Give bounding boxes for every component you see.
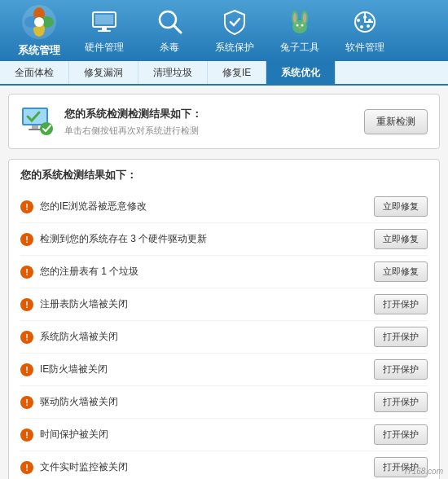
tab-fixie[interactable]: 修复IE [208, 61, 266, 84]
summary-subtitle: 单击右侧按钮再次对系统进行检测 [64, 125, 202, 137]
action-button-3[interactable]: 打开保护 [374, 294, 428, 314]
svg-point-20 [298, 27, 301, 29]
svg-point-11 [163, 15, 173, 24]
nav-item-software-label: 软件管理 [345, 41, 384, 55]
svg-rect-9 [98, 30, 111, 32]
result-left-3: ! 注册表防火墙被关闭 [20, 297, 374, 311]
result-left-4: ! 系统防火墙被关闭 [20, 330, 374, 344]
hardware-icon [89, 7, 120, 37]
warning-icon-2: ! [20, 266, 33, 279]
svg-line-12 [173, 25, 181, 33]
result-text-1: 检测到您的系统存在 3 个硬件驱动更新 [40, 232, 207, 246]
result-row: ! 系统防火墙被关闭 打开保护 [20, 321, 428, 354]
main-content: 您的系统检测检测结果如下： 单击右侧按钮再次对系统进行检测 重新检测 您的系统检… [0, 86, 448, 479]
result-left-6: ! 驱动防火墙被关闭 [20, 395, 374, 409]
action-button-6[interactable]: 打开保护 [374, 392, 428, 412]
summary-text: 您的系统检测检测结果如下： 单击右侧按钮再次对系统进行检测 [64, 107, 202, 137]
top-nav: 系统管理 硬件管理 杀毒 [0, 0, 448, 61]
result-text-5: IE防火墙被关闭 [40, 363, 108, 376]
svg-point-17 [303, 13, 306, 23]
result-left-1: ! 检测到您的系统存在 3 个硬件驱动更新 [20, 232, 374, 246]
result-row: ! 注册表防火墙被关闭 打开保护 [20, 288, 428, 321]
result-row: ! 您的IE浏览器被恶意修改 立即修复 [20, 191, 428, 223]
warning-icon-3: ! [20, 298, 33, 311]
action-button-4[interactable]: 打开保护 [374, 327, 428, 347]
protect-icon [219, 7, 250, 37]
monitor-icon [20, 104, 55, 138]
svg-point-23 [368, 19, 371, 22]
nav-logo[interactable]: 系统管理 [7, 4, 72, 58]
svg-point-5 [34, 17, 44, 27]
tab-fullcheck[interactable]: 全面体检 [0, 61, 69, 84]
action-button-1[interactable]: 立即修复 [374, 229, 428, 249]
result-left-8: ! 文件实时监控被关闭 [20, 460, 374, 474]
software-icon [349, 7, 380, 37]
summary-left: 您的系统检测检测结果如下： 单击右侧按钮再次对系统进行检测 [20, 104, 202, 138]
svg-point-18 [296, 24, 299, 27]
svg-point-25 [360, 25, 363, 29]
nav-item-hardware[interactable]: 硬件管理 [72, 0, 137, 61]
nav-logo-label: 系统管理 [18, 43, 60, 58]
result-row: ! IE防火墙被关闭 打开保护 [20, 354, 428, 386]
result-text-4: 系统防火墙被关闭 [40, 330, 118, 344]
svg-point-22 [363, 15, 367, 19]
recheck-button[interactable]: 重新检测 [364, 109, 428, 134]
action-button-5[interactable]: 打开保护 [374, 359, 428, 380]
result-left-0: ! 您的IE浏览器被恶意修改 [20, 200, 374, 213]
warning-icon-0: ! [20, 200, 33, 213]
warning-icon-5: ! [20, 363, 33, 376]
nav-item-protect[interactable]: 系统保护 [202, 0, 267, 61]
svg-point-24 [367, 24, 370, 28]
tab-bar: 全面体检 修复漏洞 清理垃圾 修复IE 系统优化 [0, 61, 448, 86]
summary-box: 您的系统检测检测结果如下： 单击右侧按钮再次对系统进行检测 重新检测 [8, 94, 440, 149]
nav-item-rabbit[interactable]: 兔子工具 [267, 0, 332, 61]
result-row: ! 检测到您的系统存在 3 个硬件驱动更新 立即修复 [20, 223, 428, 256]
nav-item-kill[interactable]: 杀毒 [137, 0, 202, 61]
result-row: ! 您的注册表有 1 个垃圾 立即修复 [20, 256, 428, 288]
svg-rect-8 [102, 27, 107, 30]
result-row: ! 文件实时监控被关闭 打开保护 [20, 451, 428, 479]
result-text-0: 您的IE浏览器被恶意修改 [40, 200, 147, 213]
kill-icon [154, 7, 185, 37]
svg-point-26 [357, 19, 360, 22]
warning-icon-6: ! [20, 396, 33, 409]
tab-cleanup[interactable]: 清理垃圾 [138, 61, 208, 84]
action-button-7[interactable]: 打开保护 [374, 424, 428, 445]
result-text-7: 时间保护被关闭 [40, 428, 108, 442]
svg-point-16 [293, 13, 296, 23]
nav-item-protect-label: 系统保护 [215, 41, 254, 55]
warning-icon-1: ! [20, 233, 33, 246]
logo-icon [21, 4, 57, 40]
svg-rect-29 [32, 125, 38, 129]
warning-icon-4: ! [20, 331, 33, 344]
result-row: ! 时间保护被关闭 打开保护 [20, 419, 428, 451]
page-wrapper: 系统管理 硬件管理 杀毒 [0, 0, 448, 479]
warning-icon-7: ! [20, 428, 33, 442]
result-left-2: ! 您的注册表有 1 个垃圾 [20, 265, 374, 279]
result-left-7: ! 时间保护被关闭 [20, 428, 374, 442]
results-section: 您的系统检测结果如下： ! 您的IE浏览器被恶意修改 立即修复 ! 检测到您的系… [8, 159, 440, 479]
nav-item-kill-label: 杀毒 [160, 41, 179, 55]
nav-item-rabbit-label: 兔子工具 [280, 41, 319, 55]
tab-repair[interactable]: 修复漏洞 [69, 61, 138, 84]
watermark: IT168.com [405, 467, 443, 476]
svg-rect-30 [29, 129, 42, 130]
result-left-5: ! IE防火墙被关闭 [20, 363, 374, 376]
summary-title: 您的系统检测检测结果如下： [64, 107, 202, 121]
svg-rect-7 [95, 15, 113, 24]
nav-item-software[interactable]: 软件管理 [332, 0, 397, 61]
tab-optimize[interactable]: 系统优化 [266, 61, 336, 84]
result-text-2: 您的注册表有 1 个垃圾 [40, 265, 138, 279]
svg-point-19 [301, 24, 304, 27]
results-title: 您的系统检测结果如下： [20, 168, 428, 182]
result-text-8: 文件实时监控被关闭 [40, 460, 128, 474]
nav-item-hardware-label: 硬件管理 [85, 41, 124, 55]
result-text-3: 注册表防火墙被关闭 [40, 297, 128, 311]
svg-point-31 [40, 122, 53, 135]
action-button-0[interactable]: 立即修复 [374, 196, 428, 217]
rabbit-icon [284, 7, 315, 37]
warning-icon-8: ! [20, 461, 33, 474]
result-text-6: 驱动防火墙被关闭 [40, 395, 118, 409]
action-button-2[interactable]: 立即修复 [374, 261, 428, 282]
result-row: ! 驱动防火墙被关闭 打开保护 [20, 386, 428, 419]
